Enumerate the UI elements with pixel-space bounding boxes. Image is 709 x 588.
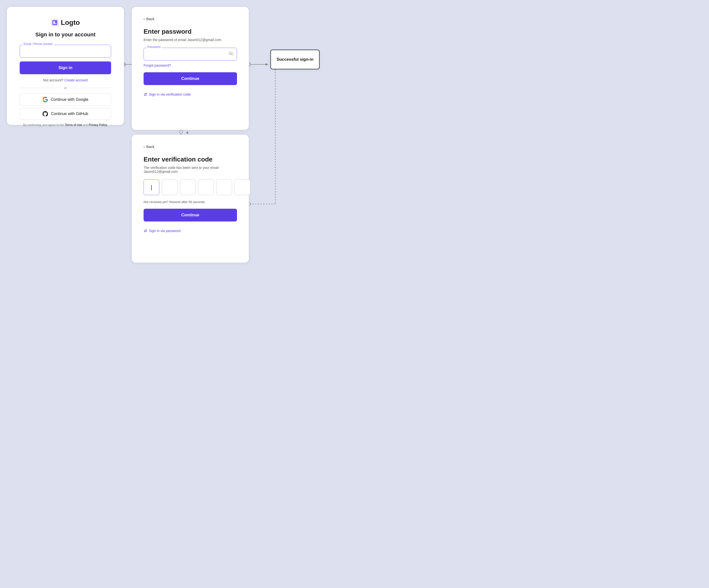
verify-card: ‹ Back Enter verification code The verif… [132, 135, 249, 263]
forgot-password-link[interactable]: Forgot password? [143, 63, 237, 68]
google-icon [43, 97, 48, 102]
success-text: Successful sign-in [277, 57, 313, 62]
success-card: Successful sign-in [270, 50, 320, 69]
switch-icon-2 [143, 229, 148, 233]
email-label: Email / Phone number [23, 42, 54, 46]
google-btn-label: Continue with Google [51, 97, 88, 102]
email-input[interactable] [20, 45, 111, 57]
terms-of-use-link[interactable]: Terms of Use [65, 123, 82, 127]
password-subtitle: Enter the password of email Jason012@gma… [143, 38, 237, 42]
google-signin-button[interactable]: Continue with Google [20, 93, 111, 105]
password-back-button[interactable]: ‹ Back [143, 17, 154, 21]
divider-line-right [70, 88, 111, 88]
svg-rect-21 [53, 21, 55, 24]
terms-text: By continuing, you agree to the Terms of… [20, 123, 111, 127]
signin-card: Logto Sign in to your account Email / Ph… [7, 7, 124, 125]
switch-icon [143, 92, 148, 96]
sign-via-password-button[interactable]: Sign in via password [143, 229, 180, 233]
github-icon [43, 111, 48, 116]
password-input[interactable] [143, 48, 237, 60]
svg-point-8 [179, 130, 183, 133]
svg-rect-22 [55, 23, 56, 24]
password-continue-button[interactable]: Continue [143, 72, 237, 85]
divider-or: or [64, 86, 67, 90]
svg-marker-13 [186, 131, 188, 133]
resend-text: Not received yet? Resend after 59 second… [143, 200, 237, 204]
email-input-wrapper: Email / Phone number [20, 45, 111, 57]
password-label: Password [147, 45, 161, 49]
divider-line-left [20, 88, 61, 88]
no-account-text: Not account? Create account [20, 78, 111, 82]
eye-toggle-icon[interactable] [229, 51, 234, 57]
verification-code-inputs [143, 180, 237, 195]
code-input-5[interactable] [216, 180, 232, 195]
verify-back-button[interactable]: ‹ Back [143, 144, 154, 149]
logo-text: Logto [61, 19, 80, 27]
password-title: Enter password [143, 28, 237, 35]
create-account-link[interactable]: Create account [64, 78, 88, 82]
code-input-4[interactable] [198, 180, 214, 195]
divider: or [20, 86, 111, 90]
verify-subtitle: The verification code has been sent to y… [143, 166, 237, 173]
verify-continue-button[interactable]: Continue [143, 209, 237, 221]
back-chevron-icon-2: ‹ [143, 144, 145, 149]
sign-via-code-button[interactable]: Sign in via verification code [143, 92, 191, 96]
password-card: ‹ Back Enter password Enter the password… [132, 7, 249, 130]
svg-marker-7 [265, 63, 268, 65]
verify-title: Enter verification code [143, 156, 237, 163]
code-input-6[interactable] [235, 180, 250, 195]
privacy-policy-link[interactable]: Privacy Policy. [89, 123, 108, 127]
password-input-wrapper: Password [143, 48, 237, 60]
code-input-3[interactable] [180, 180, 196, 195]
code-input-1[interactable] [143, 180, 159, 195]
back-chevron-icon: ‹ [143, 17, 145, 21]
signin-button[interactable]: Sign in [20, 61, 111, 74]
github-signin-button[interactable]: Continue with GitHub [20, 108, 111, 120]
logo-row: Logto [20, 19, 111, 27]
logto-icon [51, 19, 59, 27]
signin-title: Sign in to your account [20, 31, 111, 38]
github-btn-label: Continue with GitHub [51, 112, 88, 116]
code-input-2[interactable] [162, 180, 178, 195]
